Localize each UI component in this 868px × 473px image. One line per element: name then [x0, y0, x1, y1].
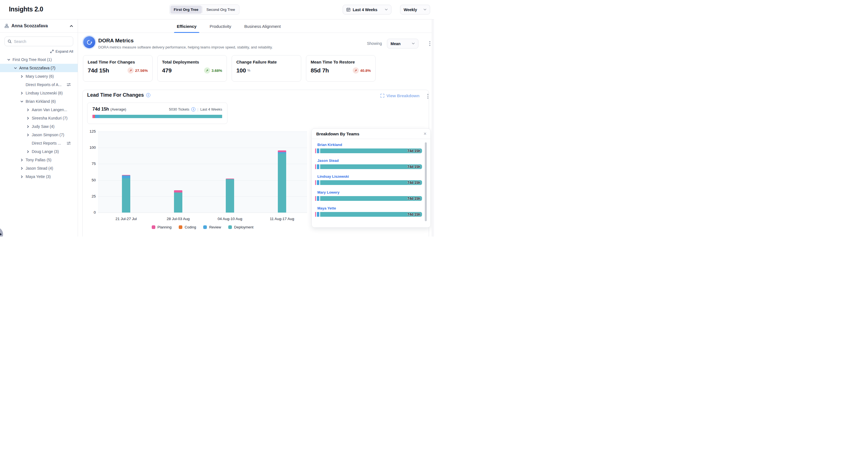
- filter-sliders-icon[interactable]: [66, 141, 71, 146]
- chevron-right-icon[interactable]: [20, 92, 24, 95]
- tree-item-label: Anna Scozzafava (7): [19, 66, 55, 70]
- y-axis-tick-label: 125: [83, 129, 96, 134]
- average-label: (Average): [111, 107, 126, 112]
- expand-all-button[interactable]: Expand All: [50, 49, 73, 54]
- info-icon[interactable]: i: [146, 93, 150, 97]
- x-axis-tick-label: 28 Jul-03 Aug: [159, 217, 198, 221]
- stacked-bar[interactable]: [174, 190, 182, 212]
- divider: |: [197, 107, 198, 112]
- chevron-right-icon[interactable]: [20, 175, 24, 178]
- chevron-right-icon[interactable]: [20, 75, 24, 78]
- team-row: Maya Yette 74d 15h: [315, 206, 422, 222]
- deployment-segment: [278, 153, 286, 212]
- toggle-first-org-tree[interactable]: First Org Tree: [170, 6, 202, 13]
- search-input[interactable]: [14, 39, 70, 44]
- main-tab-bar: Efficiency Productivity Business Alignme…: [78, 20, 434, 33]
- team-row: Jason Stead 74d 15h: [315, 158, 422, 174]
- chevron-down-icon[interactable]: [13, 66, 17, 70]
- chevron-down-icon[interactable]: [20, 100, 24, 103]
- legend-item[interactable]: Deployment: [228, 225, 253, 229]
- lead-time-kebab-menu[interactable]: [427, 93, 429, 99]
- tree-item[interactable]: Direct Reports ...: [0, 139, 78, 147]
- chevron-right-icon[interactable]: [20, 158, 24, 161]
- tab-productivity[interactable]: Productivity: [207, 20, 234, 33]
- tree-item[interactable]: First Org Tree Root (1): [0, 55, 78, 64]
- chevron-up-icon[interactable]: [70, 24, 73, 28]
- tree-item[interactable]: Judy Saw (4): [0, 122, 78, 131]
- legend-item[interactable]: Planning: [152, 225, 172, 229]
- team-row: Brian Kirkland 74d 15h: [315, 143, 422, 158]
- chevron-down-icon[interactable]: [7, 58, 10, 61]
- tree-item[interactable]: Brian Kirkland (6): [0, 97, 78, 106]
- metric-card: Lead Time For Changes 74d 15h↗27.56%: [83, 55, 153, 82]
- sidebar-search[interactable]: [4, 36, 73, 46]
- close-icon[interactable]: ×: [424, 131, 427, 136]
- dora-kebab-menu[interactable]: [429, 41, 431, 47]
- tree-item[interactable]: Anna Scozzafava (7): [0, 64, 78, 72]
- tree-item[interactable]: Direct Reports of A...: [0, 81, 78, 89]
- team-name-link[interactable]: Mary Lowery: [317, 190, 422, 195]
- legend-label: Review: [209, 225, 221, 229]
- deployment-segment: 74d 15h: [320, 196, 422, 201]
- chevron-right-icon[interactable]: [26, 134, 30, 137]
- x-axis-tick-label: 04 Aug-10 Aug: [211, 217, 249, 221]
- tree-item[interactable]: Aaron Van Langen...: [0, 106, 78, 114]
- info-icon[interactable]: i: [191, 107, 195, 112]
- granularity-select[interactable]: Weekly: [400, 5, 430, 14]
- gridline: [98, 212, 307, 213]
- legend-item[interactable]: Review: [203, 225, 221, 229]
- insights-dashboard: Insights 2.0 First Org Tree Second Org T…: [0, 0, 434, 237]
- stacked-bar[interactable]: [278, 150, 286, 212]
- legend-swatch: [152, 225, 155, 229]
- team-name-link[interactable]: Jason Stead: [317, 158, 422, 163]
- tab-business-alignment[interactable]: Business Alignment: [241, 20, 283, 33]
- deployment-segment: 74d 15h: [320, 212, 422, 217]
- stacked-bar[interactable]: [226, 179, 234, 212]
- view-breakdown-button[interactable]: View Breakdown: [380, 93, 420, 98]
- tree-item-label: Judy Saw (4): [32, 124, 55, 129]
- team-name-link[interactable]: Brian Kirkland: [317, 143, 422, 147]
- team-name-link[interactable]: Lindsay Liszewski: [317, 174, 422, 179]
- average-value: 74d 15h: [92, 107, 109, 112]
- metric-delta-badge: ↗3.68%: [204, 67, 222, 73]
- chevron-right-icon[interactable]: [26, 150, 30, 153]
- tree-item[interactable]: Lindsay Liszewski (8): [0, 89, 78, 97]
- tab-efficiency[interactable]: Efficiency: [174, 20, 199, 33]
- tree-item[interactable]: Tony Pallas (5): [0, 156, 78, 164]
- showing-select[interactable]: Mean: [387, 39, 418, 49]
- tree-item[interactable]: Mary Lowery (6): [0, 72, 78, 81]
- chevron-right-icon[interactable]: [26, 117, 30, 120]
- tree-item[interactable]: Sireesha Kunduri (7): [0, 114, 78, 122]
- filter-sliders-icon[interactable]: [66, 83, 71, 88]
- chevron-right-icon[interactable]: [26, 125, 30, 128]
- panel-scrollbar-thumb[interactable]: [425, 142, 427, 221]
- chevron-right-icon[interactable]: [26, 108, 30, 112]
- team-stacked-bar[interactable]: 74d 15h: [315, 196, 422, 201]
- team-stacked-bar[interactable]: 74d 15h: [315, 164, 422, 169]
- chevron-right-icon[interactable]: [20, 167, 24, 170]
- tree-item[interactable]: Jason Simpson (7): [0, 131, 78, 139]
- team-stacked-bar[interactable]: 74d 15h: [315, 180, 422, 185]
- legend-item[interactable]: Coding: [179, 225, 196, 229]
- stacked-bar[interactable]: [122, 175, 130, 212]
- y-axis-tick-label: 75: [83, 161, 96, 166]
- legend-label: Planning: [158, 225, 172, 229]
- team-stacked-bar[interactable]: 74d 15h: [315, 148, 422, 153]
- deployment-segment: [122, 178, 130, 212]
- tree-item[interactable]: Maya Yette (3): [0, 172, 78, 181]
- deployment-segment: 74d 15h: [320, 164, 422, 169]
- team-name-link[interactable]: Maya Yette: [317, 206, 422, 210]
- toggle-second-org-tree[interactable]: Second Org Tree: [203, 6, 239, 13]
- chevron-down-icon: [412, 42, 415, 45]
- date-range-select[interactable]: Last 4 Weeks: [343, 5, 392, 14]
- team-stacked-bar[interactable]: 74d 15h: [315, 212, 422, 217]
- tree-item[interactable]: Doug Lange (3): [0, 147, 78, 156]
- page-scrollbar[interactable]: [432, 20, 434, 237]
- dora-section-subtitle: DORA metrics measure software delivery p…: [98, 45, 273, 49]
- y-axis-tick-label: 0: [83, 210, 96, 214]
- review-segment: [317, 196, 319, 201]
- sidebar-expand-handle[interactable]: [0, 227, 3, 237]
- tree-item[interactable]: Jason Stead (4): [0, 164, 78, 172]
- metric-card: Total Deployments 479↗3.68%: [157, 55, 227, 82]
- showing-label: Showing: [367, 41, 382, 46]
